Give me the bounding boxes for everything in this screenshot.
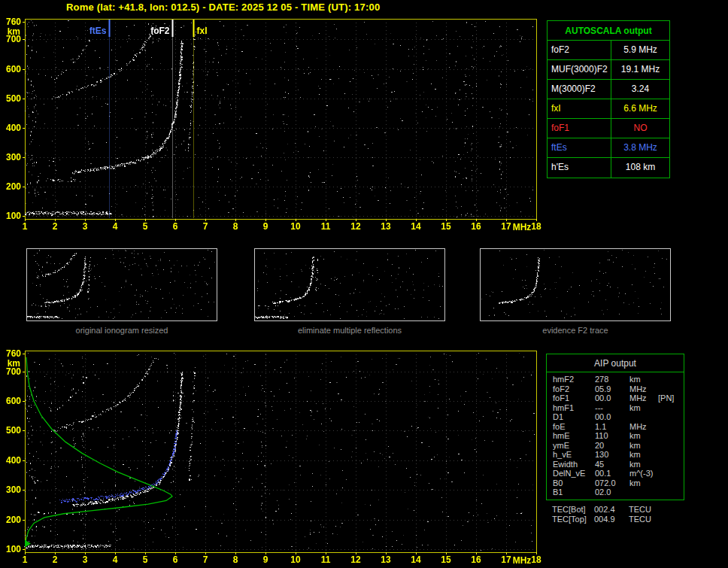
autoscala-row-value: 5.9 MHz [611,41,669,59]
tec-value: 004.9 [594,515,629,524]
autoscala-row-label: ftEs [548,138,611,157]
aip-extra [658,384,684,394]
aip-unit: km [629,450,658,460]
aip-label: foF2 [553,384,595,394]
tec-row: TEC[Top]004.9TECU [546,515,684,524]
autoscala-row: MUF(3000)F219.1 MHz [548,60,669,80]
aip-extra [658,450,684,460]
autoscala-rows: foF25.9 MHzMUF(3000)F219.1 MHzM(3000)F23… [548,41,669,178]
thumb-original-canvas [27,249,217,320]
aip-label: h_vE [553,450,595,460]
aip-row: ymE20km [547,441,684,451]
thumb-caption-eliminate: eliminate multiple reflections [254,326,445,335]
aip-value: 45 [595,460,629,469]
thumb-evidence-f2 [480,248,671,321]
autoscala-row-value: 3.8 MHz [611,138,669,157]
aip-label: Ewidth [553,460,595,469]
aip-row: B0072.0km [547,478,684,488]
aip-unit: MHz [629,384,658,394]
autoscala-row: foF1NO [548,119,669,138]
top-ionogram-canvas [0,17,545,242]
aip-value: 072.0 [595,478,629,488]
aip-extra [658,469,684,478]
aip-unit [629,488,658,497]
aip-extra [658,460,684,469]
aip-extra [658,441,684,451]
thumb-eliminate-multiples [254,248,445,321]
tec-label: TEC[Top] [552,515,594,524]
aip-unit: m^(-3) [629,469,658,478]
aip-value: 20 [595,441,629,451]
aip-label: foE [553,422,595,432]
autoscala-row-label: foF1 [548,119,611,138]
aip-value: 110 [595,431,629,441]
aip-value: 130 [595,450,629,460]
autoscala-row-value: NO [611,119,669,138]
aip-row: foF205.9MHz [547,384,684,394]
aip-label: D1 [553,412,595,422]
aip-value: 1.1 [595,422,629,432]
aip-value: 00.0 [595,412,629,422]
aip-row: foE1.1MHz [547,422,684,432]
aip-row: DelN_vE00.1m^(-3) [547,469,684,478]
autoscala-row-value: 3.24 [611,80,669,99]
autoscala-row: fxI6.6 MHz [548,99,669,119]
aip-unit: MHz [629,393,658,403]
aip-unit: km [629,478,658,488]
aip-row: Ewidth45km [547,460,684,469]
autoscala-row-label: h'Es [548,158,611,178]
aip-extra [658,412,684,422]
aip-row: foF100.0MHz[PN] [547,393,684,403]
aip-extra: [PN] [658,393,684,403]
thumb-caption-original: original ionogram resized [26,326,217,335]
autoscala-row-value: 108 km [611,158,669,178]
aip-unit: km [629,441,658,451]
autoscala-row: foF25.9 MHz [548,41,669,60]
bottom-ionogram-canvas [0,345,545,568]
autoscala-screen: Rome (lat: +41.8, lon: 012.5) - DATE: 20… [0,0,728,568]
aip-value: 278 [595,375,629,384]
tec-label: TEC[Bot] [552,505,594,515]
aip-header: AIP output [547,354,684,372]
aip-output-panel: AIP output hmF2278kmfoF205.9MHzfoF100.0M… [546,354,684,500]
station-title: Rome (lat: +41.8, lon: 012.5) - DATE: 20… [66,2,380,13]
aip-label: hmF2 [553,375,595,384]
aip-unit: km [629,403,658,413]
aip-value: 00.0 [595,393,629,403]
thumb-evidence-canvas [481,249,670,320]
aip-extra [658,403,684,413]
aip-value: 00.1 [595,469,629,478]
aip-unit: km [629,460,658,469]
aip-label: ymE [553,441,595,451]
aip-label: hmF1 [553,403,595,413]
tec-unit: TECU [629,505,657,515]
aip-unit: km [629,375,658,384]
aip-label: hmE [553,431,595,441]
aip-extra [658,422,684,432]
autoscala-row-label: fxI [548,99,611,118]
aip-extra [658,431,684,441]
autoscala-row-label: foF2 [548,41,611,59]
autoscala-row-label: MUF(3000)F2 [548,60,611,79]
tec-row: TEC[Bot]002.4TECU [546,505,684,515]
aip-extra [658,478,684,488]
aip-row: B102.0 [547,488,684,497]
aip-unit: km [629,431,658,441]
aip-unit [629,412,658,422]
thumb-original-ionogram [26,248,217,321]
aip-row: D100.0 [547,412,684,422]
autoscala-row: ftEs3.8 MHz [548,138,669,158]
aip-label: B1 [553,488,595,497]
aip-row: hmE110km [547,431,684,441]
aip-value: 02.0 [595,488,629,497]
autoscala-row-value: 6.6 MHz [611,99,669,118]
tec-rows: TEC[Bot]002.4TECUTEC[Top]004.9TECU [546,505,684,524]
tec-unit: TECU [629,515,657,524]
aip-row: h_vE130km [547,450,684,460]
aip-value: 05.9 [595,384,629,394]
tec-value: 002.4 [594,505,629,515]
thumb-caption-evidence: evidence F2 trace [480,326,671,335]
aip-value: --- [595,403,629,413]
aip-unit: MHz [629,422,658,432]
aip-label: foF1 [553,393,595,403]
